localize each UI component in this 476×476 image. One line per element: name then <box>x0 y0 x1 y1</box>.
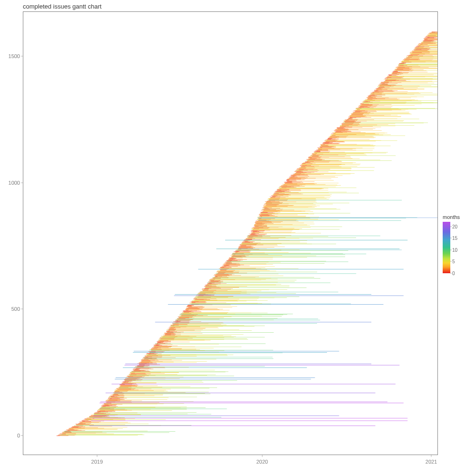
x-tick-mark <box>431 455 432 457</box>
legend-gradient <box>443 222 450 273</box>
legend-tick-mark <box>450 226 452 227</box>
legend-tick-mark <box>450 273 452 274</box>
chart-title: completed issues gantt chart <box>23 3 101 10</box>
gantt-bar <box>89 426 376 426</box>
gantt-bar <box>93 416 339 416</box>
legend-tick-label: 5 <box>452 259 455 264</box>
y-tick-label: 1500 <box>9 53 20 59</box>
x-tick-label: 2020 <box>256 459 268 465</box>
y-axis: 050010001500 <box>0 11 23 454</box>
gantt-bar <box>111 384 395 385</box>
x-tick-mark <box>262 455 262 457</box>
legend-tick-mark <box>450 249 452 250</box>
gantt-bar <box>225 240 407 240</box>
gantt-bar <box>133 352 327 353</box>
y-tick-label: 500 <box>11 306 20 312</box>
gantt-bar <box>93 418 408 418</box>
gantt-bar <box>174 296 404 296</box>
color-legend: months 05101520 <box>443 214 471 273</box>
legend-colorbar: 05101520 <box>443 222 450 273</box>
gantt-bar <box>116 377 315 378</box>
x-tick-label: 2021 <box>426 459 437 465</box>
gantt-bar <box>134 351 339 352</box>
gantt-bar <box>175 294 371 295</box>
y-tick-label: 0 <box>17 433 20 438</box>
legend-tick-mark <box>450 238 452 238</box>
x-tick-label: 2019 <box>91 459 103 465</box>
gantt-bar <box>91 421 407 421</box>
gantt-bar <box>155 322 371 323</box>
gantt-bar <box>99 403 404 403</box>
y-tick-label: 1000 <box>9 180 20 186</box>
legend-tick-label: 15 <box>452 236 457 241</box>
legend-tick-label: 20 <box>452 224 457 229</box>
x-tick-mark <box>97 455 97 457</box>
gantt-bar <box>125 364 371 364</box>
gantt-bar <box>123 367 307 368</box>
gantt-bar <box>125 365 400 366</box>
legend-tick-label: 10 <box>452 247 457 252</box>
gantt-bar <box>106 393 376 393</box>
gantt-bar <box>216 249 399 249</box>
x-axis: 201920202021 <box>23 455 437 468</box>
plot-panel <box>23 11 438 455</box>
gantt-bar <box>168 304 384 305</box>
gantt-bar <box>198 269 403 269</box>
legend-title: months <box>443 214 471 220</box>
legend-tick-mark <box>450 261 452 262</box>
legend-tick-label: 0 <box>452 271 455 276</box>
gantt-bar <box>115 379 311 379</box>
gantt-bar <box>100 402 387 402</box>
